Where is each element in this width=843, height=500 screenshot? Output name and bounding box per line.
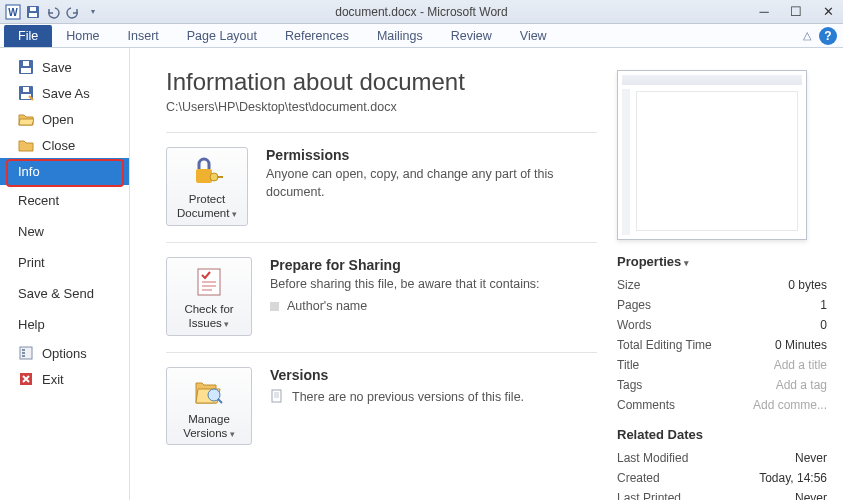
- prop-key: Comments: [617, 398, 675, 412]
- prop-key: Created: [617, 471, 660, 485]
- options-icon: [18, 345, 34, 361]
- prop-key: Pages: [617, 298, 651, 312]
- button-label: Manage Versions: [183, 413, 235, 439]
- svg-rect-25: [272, 390, 281, 402]
- prop-val: 0 Minutes: [775, 338, 827, 352]
- svg-rect-14: [22, 355, 25, 357]
- prop-key: Last Printed: [617, 491, 681, 500]
- prepare-sharing-section: Check for Issues Prepare for Sharing Bef…: [166, 242, 597, 352]
- sidebar-item-label: Save: [42, 60, 72, 75]
- checklist-icon: [171, 264, 247, 300]
- svg-rect-7: [23, 61, 29, 66]
- tab-view[interactable]: View: [506, 25, 561, 47]
- close-button[interactable]: ✕: [819, 4, 837, 19]
- related-dates-heading: Related Dates: [617, 427, 827, 442]
- prop-val: 0: [820, 318, 827, 332]
- document-path: C:\Users\HP\Desktop\test\document.docx: [166, 100, 597, 114]
- document-thumbnail[interactable]: [617, 70, 807, 240]
- sidebar-item-close[interactable]: Close: [0, 132, 129, 158]
- sidebar-item-exit[interactable]: Exit: [0, 366, 129, 392]
- sidebar-nav-recent[interactable]: Recent: [0, 185, 129, 216]
- ribbon-tabs: File Home Insert Page Layout References …: [0, 24, 843, 48]
- manage-versions-button[interactable]: Manage Versions: [166, 367, 252, 446]
- properties-panel: Properties Size0 bytes Pages1 Words0 Tot…: [617, 68, 827, 500]
- sidebar-item-options[interactable]: Options: [0, 340, 129, 366]
- permissions-section: Protect Document Permissions Anyone can …: [166, 132, 597, 242]
- tab-insert[interactable]: Insert: [114, 25, 173, 47]
- section-title: Prepare for Sharing: [270, 257, 540, 273]
- prop-val: Today, 14:56: [759, 471, 827, 485]
- svg-rect-3: [29, 13, 37, 17]
- qat-dropdown-icon[interactable]: ▾: [84, 3, 102, 21]
- check-issues-button[interactable]: Check for Issues: [166, 257, 252, 336]
- backstage-sidebar: Save Save As Open Close Info Recent New …: [0, 48, 130, 500]
- save-icon[interactable]: [24, 3, 42, 21]
- prop-key: Title: [617, 358, 639, 372]
- versions-icon: [171, 374, 247, 410]
- bullet-text: Author's name: [287, 299, 367, 313]
- tab-review[interactable]: Review: [437, 25, 506, 47]
- section-title: Versions: [270, 367, 524, 383]
- prop-key: Last Modified: [617, 451, 688, 465]
- sidebar-nav-new[interactable]: New: [0, 216, 129, 247]
- svg-point-17: [210, 173, 218, 181]
- prop-val[interactable]: Add comme...: [753, 398, 827, 412]
- protect-document-button[interactable]: Protect Document: [166, 147, 248, 226]
- doc-small-icon: [270, 389, 284, 406]
- tab-mailings[interactable]: Mailings: [363, 25, 437, 47]
- sidebar-nav-print[interactable]: Print: [0, 247, 129, 278]
- prop-key: Words: [617, 318, 651, 332]
- bullet-icon: [270, 302, 279, 311]
- sidebar-item-save-as[interactable]: Save As: [0, 80, 129, 106]
- sidebar-nav-save-send[interactable]: Save & Send: [0, 278, 129, 309]
- tab-file[interactable]: File: [4, 25, 52, 47]
- prop-key: Tags: [617, 378, 642, 392]
- prop-key: Size: [617, 278, 640, 292]
- tab-references[interactable]: References: [271, 25, 363, 47]
- section-text: Anyone can open, copy, and change any pa…: [266, 166, 597, 201]
- open-folder-icon: [18, 111, 34, 127]
- button-label: Check for Issues: [184, 303, 233, 329]
- maximize-button[interactable]: ☐: [787, 4, 805, 19]
- versions-section: Manage Versions Versions There are no pr…: [166, 352, 597, 462]
- minimize-button[interactable]: ─: [755, 4, 773, 19]
- properties-heading[interactable]: Properties: [617, 254, 827, 269]
- sidebar-item-save[interactable]: Save: [0, 54, 129, 80]
- word-app-icon[interactable]: W: [4, 3, 22, 21]
- button-label: Protect Document: [177, 193, 237, 219]
- sidebar-item-label: Open: [42, 112, 74, 127]
- versions-text-row: There are no previous versions of this f…: [270, 389, 524, 406]
- prop-val[interactable]: Add a tag: [776, 378, 827, 392]
- svg-rect-11: [20, 347, 32, 359]
- sidebar-item-open[interactable]: Open: [0, 106, 129, 132]
- section-text: Before sharing this file, be aware that …: [270, 276, 540, 294]
- undo-icon[interactable]: [44, 3, 62, 21]
- prop-val: Never: [795, 491, 827, 500]
- sidebar-nav-help[interactable]: Help: [0, 309, 129, 340]
- svg-line-24: [218, 399, 222, 403]
- sidebar-item-label: Close: [42, 138, 75, 153]
- svg-rect-13: [22, 352, 25, 354]
- close-folder-icon: [18, 137, 34, 153]
- tab-page-layout[interactable]: Page Layout: [173, 25, 271, 47]
- prop-val: 0 bytes: [788, 278, 827, 292]
- lock-key-icon: [171, 154, 243, 190]
- redo-icon[interactable]: [64, 3, 82, 21]
- tab-home[interactable]: Home: [52, 25, 113, 47]
- section-title: Permissions: [266, 147, 597, 163]
- prop-key: Total Editing Time: [617, 338, 712, 352]
- properties-list: Size0 bytes Pages1 Words0 Total Editing …: [617, 275, 827, 415]
- prop-val[interactable]: Add a title: [774, 358, 827, 372]
- window-title: document.docx - Microsoft Word: [0, 5, 843, 19]
- save-icon: [18, 59, 34, 75]
- help-icon[interactable]: ?: [819, 27, 837, 45]
- quick-access-toolbar: W ▾: [0, 3, 102, 21]
- info-main-column: Information about document C:\Users\HP\D…: [166, 68, 597, 500]
- sidebar-nav-info[interactable]: Info: [0, 158, 129, 185]
- versions-text: There are no previous versions of this f…: [292, 390, 524, 404]
- related-dates-list: Last ModifiedNever CreatedToday, 14:56 L…: [617, 448, 827, 500]
- exit-icon: [18, 371, 34, 387]
- svg-rect-10: [23, 87, 29, 92]
- minimize-ribbon-icon[interactable]: △: [803, 29, 811, 42]
- sidebar-item-label: Options: [42, 346, 87, 361]
